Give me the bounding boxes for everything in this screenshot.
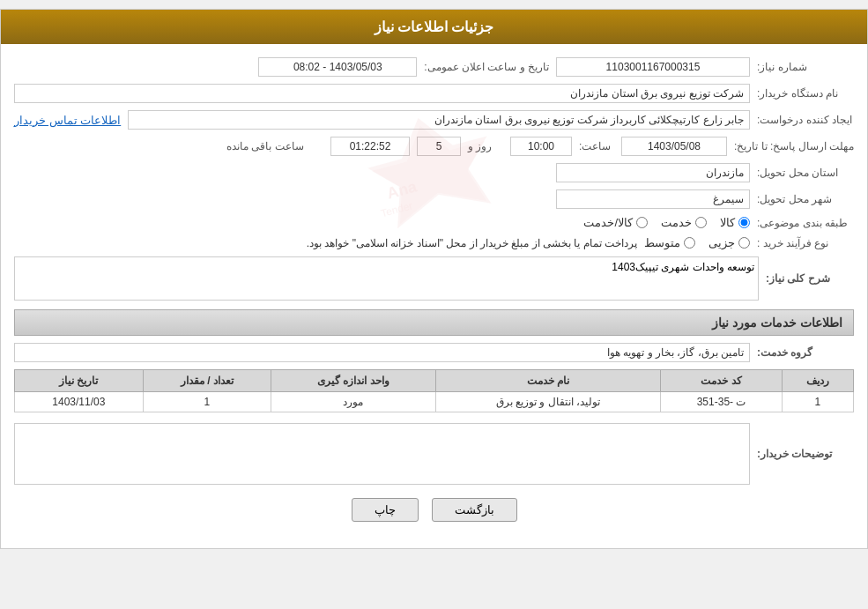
purchase-type-label: نوع فرآیند خرید : [757,237,854,249]
category-option-khedmat: خدمت [661,216,707,229]
detail-section: Ana Tender شماره نیاز: 1103001167000315 … [14,57,854,301]
col-unit: واحد اندازه گیری [271,370,435,392]
table-row: 1 ت -35-351 تولید، انتقال و توزیع برق مو… [15,392,854,412]
deadline-date: 1403/05/08 [621,137,727,156]
general-description-label: شرح کلی نیاز: [766,272,854,285]
province-label: استان محل تحویل: [757,167,854,179]
cell-row-num: 1 [782,392,853,412]
city-row: شهر محل تحویل: سیمرغ [14,189,854,209]
buyer-row: نام دستگاه خریدار: شرکت توزیع نیروی برق … [14,84,854,103]
announcement-label: تاریخ و ساعت اعلان عمومی: [424,61,549,73]
category-radio-both[interactable] [636,217,648,228]
category-radio-khedmat[interactable] [695,217,707,228]
deadline-row: مهلت ارسال پاسخ: تا تاریخ: 1403/05/08 سا… [14,137,854,156]
cell-service-name: تولید، انتقال و توزیع برق [435,392,661,412]
category-option-kala: کالا [720,216,750,229]
buyer-description-label: توضیحات خریدار: [757,448,854,460]
page-container: جزئیات اطلاعات نیاز Ana Tender شماره نیا… [0,9,868,549]
request-number-value: 1103001167000315 [556,57,750,77]
buyer-label: نام دستگاه خریدار: [757,87,854,100]
cell-service-code: ت -35-351 [661,392,782,412]
category-label-kala: کالا [720,216,735,229]
creator-label: ایجاد کننده درخواست: [757,114,854,126]
service-group-label: گروه خدمت: [757,346,854,359]
city-value: سیمرغ [556,189,750,209]
page-header: جزئیات اطلاعات نیاز [1,10,867,44]
page-title: جزئیات اطلاعات نیاز [375,19,494,34]
col-date: تاریخ نیاز [15,370,144,392]
category-label-khedmat: خدمت [661,216,692,229]
purchase-type-mottavasset: متوسط [644,236,695,249]
services-table: ردیف کد خدمت نام خدمت واحد اندازه گیری ت… [14,369,854,412]
buttons-row: بازگشت چاپ [14,498,854,522]
cell-unit: مورد [271,392,435,412]
purchase-type-radio-mottavasset[interactable] [684,237,695,249]
deadline-time-label: ساعت: [579,140,614,152]
province-value: مازندران [556,163,750,182]
purchase-type-jozii: جزیی [708,236,750,249]
deadline-time: 10:00 [510,137,572,156]
creator-link[interactable]: اطلاعات تماس خریدار [14,114,121,127]
purchase-note: پرداخت تمام یا بخشی از مبلغ خریدار از مح… [307,237,637,249]
services-section-header: اطلاعات خدمات مورد نیاز [14,309,854,336]
cell-quantity: 1 [143,392,271,412]
col-service-code: کد خدمت [661,370,782,392]
creator-row: ایجاد کننده درخواست: جابر زارع کارتیچکلا… [14,110,854,130]
deadline-remaining: 01:22:52 [330,137,410,156]
city-label: شهر محل تحویل: [757,193,854,205]
general-description-row: شرح کلی نیاز: توسعه واحدات شهری تیپیک140… [14,256,854,301]
back-button[interactable]: بازگشت [432,498,517,522]
service-group-value: تامین برق، گاز، بخار و تهویه هوا [14,343,750,362]
category-option-both: کالا/خدمت [583,216,648,229]
col-row-num: ردیف [782,370,853,392]
purchase-type-label-jozii: جزیی [708,236,735,249]
services-table-head: ردیف کد خدمت نام خدمت واحد اندازه گیری ت… [15,370,854,392]
category-radio-kala[interactable] [738,217,750,228]
creator-value: جابر زارع کارتیچکلائی کاربرداز شرکت توزی… [128,110,750,130]
cell-date: 1403/11/03 [15,392,144,412]
buyer-description-textarea[interactable] [14,423,750,485]
services-table-body: 1 ت -35-351 تولید، انتقال و توزیع برق مو… [15,392,854,412]
category-label-both: کالا/خدمت [583,216,633,229]
col-service-name: نام خدمت [435,370,661,392]
category-row: طبقه بندی موضوعی: کالا خدمت کالا/خدمت [14,216,854,229]
deadline-days: 5 [417,137,461,156]
request-number-label: شماره نیاز: [757,61,854,73]
content-area: Ana Tender شماره نیاز: 1103001167000315 … [1,44,867,548]
request-number-row: شماره نیاز: 1103001167000315 تاریخ و ساع… [14,57,854,77]
purchase-type-row: نوع فرآیند خرید : جزیی متوسط پرداخت تمام… [14,236,854,249]
province-row: استان محل تحویل: مازندران [14,163,854,182]
general-description-textarea[interactable]: توسعه واحدات شهری تیپیک1403 [14,256,759,301]
deadline-days-label: روز و [468,140,503,152]
category-radio-group: کالا خدمت کالا/خدمت [583,216,750,229]
purchase-type-label-mottavasset: متوسط [644,236,680,249]
buyer-description-row: توضیحات خریدار: [14,423,854,485]
deadline-label: مهلت ارسال پاسخ: تا تاریخ: [734,140,854,152]
purchase-type-radio-group: جزیی متوسط [644,236,750,249]
services-table-header-row: ردیف کد خدمت نام خدمت واحد اندازه گیری ت… [15,370,854,392]
category-label: طبقه بندی موضوعی: [757,217,854,229]
announcement-value: 1403/05/03 - 08:02 [258,57,417,77]
purchase-type-radio-jozii[interactable] [738,237,750,249]
service-group-row: گروه خدمت: تامین برق، گاز، بخار و تهویه … [14,343,854,362]
col-quantity: تعداد / مقدار [143,370,271,392]
buyer-value: شرکت توزیع نیروی برق استان مازندران [14,84,750,103]
deadline-remaining-label: ساعت باقی مانده [226,140,323,152]
print-button[interactable]: چاپ [352,498,419,522]
